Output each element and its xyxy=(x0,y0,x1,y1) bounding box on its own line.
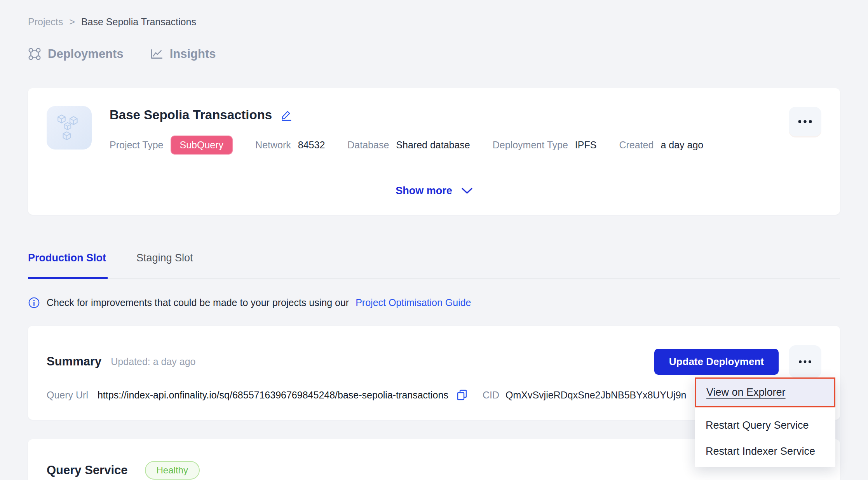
summary-title: Summary xyxy=(47,355,101,369)
meta-label: Network xyxy=(255,139,291,151)
meta-deployment-type: Deployment Type IPFS xyxy=(493,139,597,151)
query-url-label: Query Url xyxy=(47,390,88,401)
summary-card: Summary Updated: a day ago Update Deploy… xyxy=(28,326,840,420)
project-meta-row: Project Type SubQuery Network 84532 Data… xyxy=(110,136,703,155)
top-nav-tabs: Deployments Insights xyxy=(28,47,840,61)
meta-network: Network 84532 xyxy=(255,139,325,151)
meta-label: Project Type xyxy=(110,139,164,151)
subquery-badge: SubQuery xyxy=(171,136,233,155)
copy-url-button[interactable] xyxy=(456,389,468,401)
query-url-value: https://index-api.onfinality.io/sq/68557… xyxy=(98,390,448,401)
breadcrumb-current: Base Sepolia Transactions xyxy=(81,16,196,28)
breadcrumb-separator: > xyxy=(69,16,75,28)
tab-production-slot[interactable]: Production Slot xyxy=(28,252,108,278)
menu-item-restart-query-service[interactable]: Restart Query Service xyxy=(695,413,835,438)
meta-value: a day ago xyxy=(661,139,703,151)
tab-insights-label: Insights xyxy=(170,47,216,61)
breadcrumb: Projects > Base Sepolia Transactions xyxy=(28,0,840,28)
project-info: Base Sepolia Transactions Project Type S… xyxy=(110,106,703,155)
meta-label: Created xyxy=(619,139,654,151)
cid-value: QmXvSvjieRDqxSne2JbNB5BYx8UYUj9n xyxy=(505,390,686,401)
notice-text: Check for improvements that could be mad… xyxy=(47,297,349,308)
tab-insights[interactable]: Insights xyxy=(150,47,216,61)
summary-header: Summary Updated: a day ago Update Deploy… xyxy=(47,345,821,378)
healthy-status-badge: Healthy xyxy=(145,461,200,480)
more-icon xyxy=(798,360,812,363)
slot-tabs: Production Slot Staging Slot xyxy=(28,252,840,279)
tab-deployments-label: Deployments xyxy=(48,47,124,61)
deployments-icon xyxy=(28,47,41,61)
menu-item-view-on-explorer[interactable]: View on Explorer xyxy=(695,377,835,407)
summary-actions: Update Deployment xyxy=(654,345,821,378)
context-menu: View on Explorer Restart Query Service R… xyxy=(695,377,835,467)
menu-item-label: Restart Indexer Service xyxy=(706,445,815,457)
more-icon xyxy=(798,120,812,123)
meta-label: Deployment Type xyxy=(493,139,568,151)
project-logo xyxy=(47,106,92,150)
page: Projects > Base Sepolia Transactions Dep… xyxy=(0,0,868,480)
tab-deployments[interactable]: Deployments xyxy=(28,47,124,61)
optimisation-guide-link[interactable]: Project Optimisation Guide xyxy=(356,297,471,308)
insights-icon xyxy=(150,47,163,61)
cubes-icon xyxy=(56,114,82,141)
cid-label: CID xyxy=(483,390,499,401)
project-more-button[interactable] xyxy=(789,107,821,136)
update-deployment-button[interactable]: Update Deployment xyxy=(654,349,779,375)
optimisation-notice: Check for improvements that could be mad… xyxy=(28,297,840,309)
tab-staging-slot[interactable]: Staging Slot xyxy=(136,252,195,278)
meta-database: Database Shared database xyxy=(347,139,470,151)
edit-title-button[interactable] xyxy=(281,109,292,121)
edit-pencil-icon xyxy=(281,109,292,121)
menu-item-restart-indexer-service[interactable]: Restart Indexer Service xyxy=(695,439,835,464)
meta-value: IPFS xyxy=(575,139,597,151)
info-icon xyxy=(28,297,40,309)
project-card: Base Sepolia Transactions Project Type S… xyxy=(28,88,840,215)
chevron-down-icon xyxy=(462,188,472,194)
show-more-button[interactable]: Show more xyxy=(47,185,821,197)
show-more-label: Show more xyxy=(396,185,452,197)
copy-icon xyxy=(456,389,468,401)
meta-label: Database xyxy=(347,139,389,151)
menu-item-label: Restart Query Service xyxy=(706,419,809,431)
menu-item-label: View on Explorer xyxy=(706,386,786,398)
breadcrumb-projects[interactable]: Projects xyxy=(28,16,63,28)
project-title: Base Sepolia Transactions xyxy=(110,108,272,122)
meta-project-type: Project Type SubQuery xyxy=(110,136,233,155)
query-service-title: Query Service xyxy=(47,463,128,477)
summary-updated: Updated: a day ago xyxy=(111,356,195,367)
meta-value: Shared database xyxy=(396,139,470,151)
meta-created: Created a day ago xyxy=(619,139,703,151)
project-header: Base Sepolia Transactions Project Type S… xyxy=(47,106,821,155)
info-icon-svg xyxy=(28,297,40,309)
meta-value: 84532 xyxy=(298,139,325,151)
summary-more-button[interactable] xyxy=(789,345,821,378)
